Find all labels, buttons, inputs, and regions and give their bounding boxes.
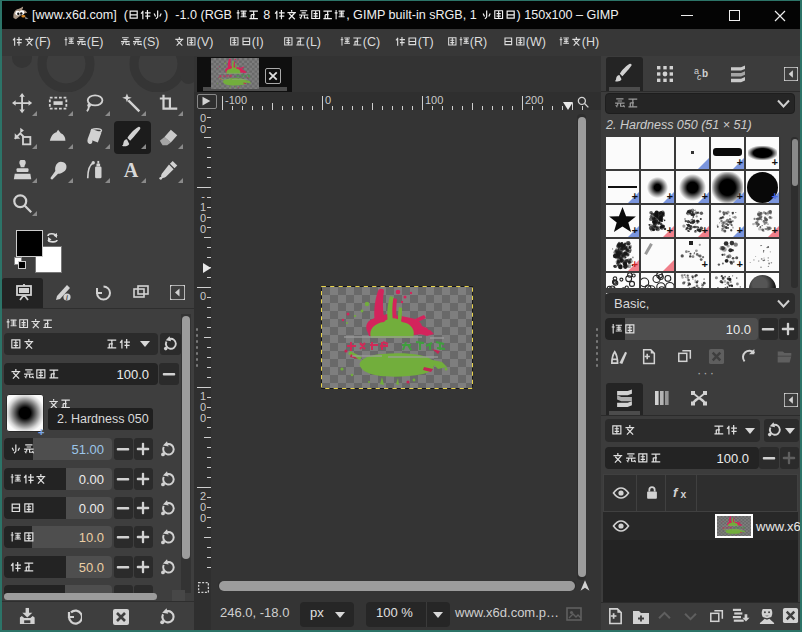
svg-text:x: x [681, 489, 687, 500]
svg-text:i: i [66, 294, 68, 301]
svg-text:A: A [124, 160, 139, 181]
svg-text:b: b [702, 68, 708, 79]
svg-text:f: f [673, 485, 679, 500]
